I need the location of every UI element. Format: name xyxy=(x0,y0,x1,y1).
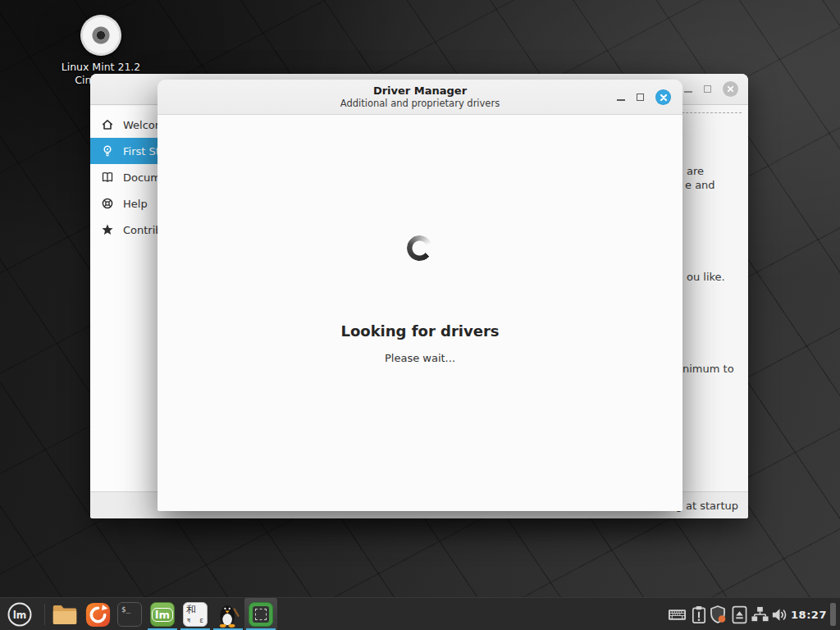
mint-welcome-icon: lm xyxy=(150,602,175,627)
eject-drive-icon xyxy=(732,605,747,624)
mint-logo-icon: lm xyxy=(7,601,33,628)
welcome-close-button[interactable] xyxy=(723,81,738,97)
driver-manager-titlebar[interactable]: Driver Manager Additional and proprietar… xyxy=(158,80,682,115)
help-icon xyxy=(101,197,114,210)
show-at-startup-label-fragment[interactable]: g at startup xyxy=(676,500,738,512)
screenshot-icon xyxy=(249,602,273,627)
window-list-screenshot[interactable] xyxy=(244,598,277,630)
content-text-fragment: nimum to xyxy=(682,363,734,375)
keyboard-icon xyxy=(668,605,687,624)
speaker-icon xyxy=(770,605,789,624)
window-list-input-method[interactable]: 和 ষ ε xyxy=(179,598,212,630)
svg-text:lm: lm xyxy=(13,609,27,621)
cd-disc-icon xyxy=(80,15,121,56)
sidebar-item-label: Help xyxy=(123,198,148,210)
minimize-icon xyxy=(617,99,625,101)
content-text-fragment: e and xyxy=(685,179,715,191)
desktop-icon-label-line1: Linux Mint 21.2 xyxy=(52,61,150,74)
driver-manager-body: Looking for drivers Please wait... xyxy=(158,116,682,511)
welcome-maximize-button[interactable] xyxy=(704,85,711,93)
minimize-icon xyxy=(684,91,692,93)
window-list-welcome[interactable]: lm xyxy=(146,598,179,630)
driver-manager-window: Driver Manager Additional and proprietar… xyxy=(158,80,682,511)
shield-update-icon xyxy=(708,605,728,624)
close-button[interactable] xyxy=(655,89,671,105)
firefox-icon xyxy=(85,602,111,628)
close-icon xyxy=(727,85,734,93)
window-subtitle: Additional and proprietary drivers xyxy=(340,98,500,109)
window-controls xyxy=(617,80,671,115)
lightbulb-icon xyxy=(101,144,114,158)
clipboard-warning-icon xyxy=(691,605,707,624)
terminal-icon: $_ xyxy=(117,602,142,627)
tray-update-manager[interactable] xyxy=(706,598,729,630)
home-icon xyxy=(101,118,114,131)
network-wired-icon xyxy=(751,605,769,624)
input-method-icon: 和 ষ ε xyxy=(183,602,208,627)
files-launcher[interactable] xyxy=(49,598,80,630)
loading-subtext: Please wait... xyxy=(158,352,682,364)
taskbar: lm $_ xyxy=(0,597,840,630)
taskbar-clock[interactable]: 18:27 xyxy=(788,598,829,630)
star-icon xyxy=(101,223,114,236)
window-title: Driver Manager xyxy=(373,84,467,98)
content-text-fragment: are xyxy=(687,165,704,177)
terminal-launcher[interactable]: $_ xyxy=(114,598,145,630)
maximize-button[interactable] xyxy=(637,94,644,101)
taskbar-separator xyxy=(44,604,45,625)
loading-spinner-icon xyxy=(407,235,432,261)
show-desktop-button[interactable] xyxy=(830,603,836,626)
tray-volume[interactable] xyxy=(769,598,790,630)
loading-heading: Looking for drivers xyxy=(158,322,682,340)
maximize-icon xyxy=(704,85,711,93)
book-icon xyxy=(101,171,114,184)
tray-network[interactable] xyxy=(749,598,770,630)
tray-keyboard-layout[interactable] xyxy=(665,598,688,630)
window-list-driver-manager[interactable] xyxy=(212,598,244,630)
firefox-launcher[interactable] xyxy=(82,598,113,630)
tux-penguin-icon xyxy=(216,601,240,628)
welcome-minimize-button[interactable] xyxy=(684,86,692,93)
tray-removable-drives[interactable] xyxy=(729,598,749,630)
folder-icon xyxy=(52,604,78,626)
desktop-background: Linux Mint 21.2 Cinnamon xyxy=(0,0,840,630)
close-icon xyxy=(660,94,668,102)
minimize-button[interactable] xyxy=(617,94,625,101)
content-text-fragment: ou like. xyxy=(687,271,725,283)
maximize-icon xyxy=(637,94,644,101)
mint-menu-button[interactable]: lm xyxy=(2,598,37,630)
